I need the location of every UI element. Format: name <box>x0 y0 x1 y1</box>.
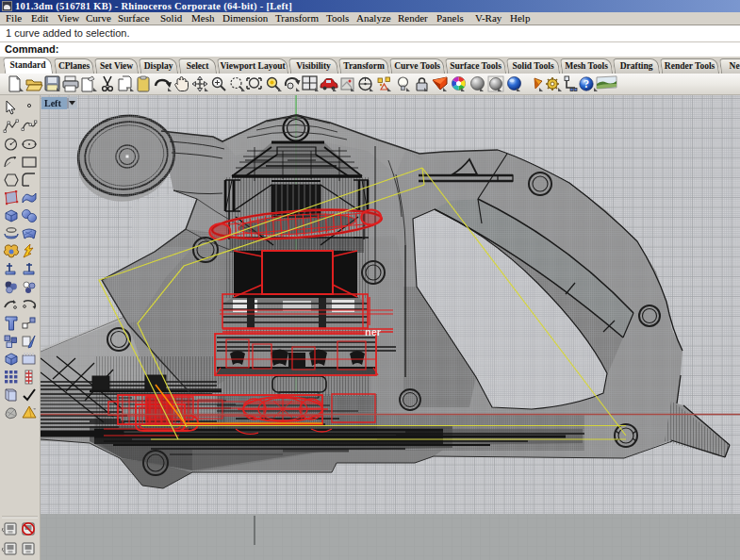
svg-text:Left: Left <box>44 98 61 108</box>
svg-text:?: ? <box>584 78 589 90</box>
svg-text:ner: ner <box>365 326 382 338</box>
